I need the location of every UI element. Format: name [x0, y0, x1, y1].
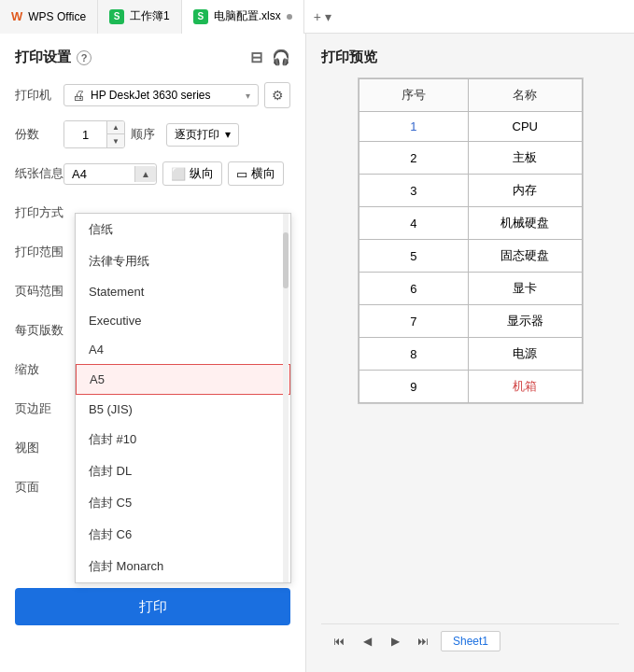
printer-name: HP DeskJet 3630 series [91, 89, 240, 102]
paper-label: 纸张信息 [15, 165, 63, 182]
printer-control: 🖨 HP DeskJet 3630 series ▾ ⚙ [63, 82, 290, 108]
print-preview-panel: 打印预览 序号 名称 1 CPU 2 主板 [306, 34, 634, 672]
landscape-icon: ▭ [236, 167, 247, 181]
copies-spinners: ▲ ▼ [106, 121, 124, 147]
dropdown-item-env10[interactable]: 信封 #10 [76, 424, 290, 455]
print-settings-panel: 打印设置 ? ⊟ 🎧 打印机 🖨 HP DeskJet 3630 series … [0, 34, 306, 672]
first-page-button[interactable]: ⏮ [329, 631, 349, 651]
order-label: 顺序 [131, 126, 155, 143]
more-tabs-icon: ▾ [325, 9, 331, 24]
tab-main[interactable]: S 电脑配置.xlsx [182, 0, 304, 34]
tab-wps-label: WPS Office [28, 10, 86, 23]
dropdown-scrollbar-thumb[interactable] [283, 232, 289, 288]
cell-name-6: 显卡 [469, 273, 582, 305]
panel-actions: ⊟ 🎧 [250, 49, 290, 66]
paper-row: 纸张信息 A4 ▲ ⬜ 纵向 ▭ 横向 [15, 160, 290, 188]
print-range-label: 打印范围 [15, 244, 63, 260]
copies-input-group: ▲ ▼ [63, 120, 125, 148]
next-page-button[interactable]: ▶ [385, 631, 405, 651]
cell-num-2: 2 [359, 142, 469, 175]
paper-control: A4 ▲ ⬜ 纵向 ▭ 横向 [63, 161, 290, 186]
dropdown-item-envdl[interactable]: 信封 DL [76, 455, 290, 487]
paper-dropdown-icon[interactable]: ▲ [134, 166, 156, 182]
table-row: 8 电源 [359, 338, 582, 371]
dropdown-item-executive[interactable]: Executive [76, 306, 290, 335]
copies-control: ▲ ▼ 顺序 逐页打印 ▾ [63, 120, 290, 148]
preview-table: 序号 名称 1 CPU 2 主板 3 内存 [359, 78, 583, 403]
cell-num-5: 5 [359, 240, 469, 273]
unsaved-dot-icon [287, 14, 292, 20]
sheet1-tab[interactable]: Sheet1 [441, 631, 500, 651]
dropdown-item-a5[interactable]: A5 [76, 364, 290, 395]
layout-icon[interactable]: ⊟ [250, 49, 262, 66]
portrait-button[interactable]: ⬜ 纵向 [162, 161, 222, 186]
cell-num-9: 9 [359, 371, 469, 403]
page-range-label: 页码范围 [15, 283, 63, 300]
cell-num-3: 3 [359, 175, 469, 207]
dropdown-item-envmonarch[interactable]: 信封 Monarch [76, 551, 290, 582]
tab-wps[interactable]: W WPS Office [0, 0, 98, 34]
panel-title-row: 打印设置 ? ⊟ 🎧 [15, 49, 290, 66]
copies-up-button[interactable]: ▲ [107, 121, 124, 134]
paper-size-select[interactable]: A4 ▲ [63, 163, 157, 185]
help-icon[interactable]: ? [77, 50, 92, 65]
order-select[interactable]: 逐页打印 ▾ [166, 123, 239, 147]
print-button[interactable]: 打印 [15, 588, 290, 625]
cell-num-8: 8 [359, 338, 469, 371]
margin-label: 页边距 [15, 400, 63, 417]
copies-down-button[interactable]: ▼ [107, 134, 124, 147]
cell-name-5: 固态硬盘 [469, 240, 582, 273]
title-bar: W WPS Office S 工作簿1 S 电脑配置.xlsx + ▾ [0, 0, 634, 34]
table-row: 2 主板 [359, 142, 582, 175]
table-row: 7 显示器 [359, 305, 582, 338]
main-file-icon: S [193, 9, 208, 24]
table-row: 9 机箱 [359, 371, 582, 403]
table-header-row: 序号 名称 [359, 79, 582, 112]
print-mode-label: 打印方式 [15, 204, 63, 221]
tab-main-label: 电脑配置.xlsx [214, 8, 281, 24]
cell-name-2: 主板 [469, 142, 582, 175]
dropdown-scrollbar [283, 214, 289, 582]
cell-num-1: 1 [359, 112, 469, 142]
printer-icon: 🖨 [72, 88, 85, 103]
cell-name-1: CPU [469, 112, 582, 142]
prev-page-button[interactable]: ◀ [357, 631, 377, 651]
sheet1-icon: S [109, 9, 124, 24]
preview-title: 打印预览 [321, 49, 619, 66]
landscape-button[interactable]: ▭ 横向 [228, 161, 284, 186]
cell-name-3: 内存 [469, 175, 582, 207]
printer-settings-button[interactable]: ⚙ [264, 82, 290, 108]
copies-input[interactable] [64, 121, 106, 147]
dropdown-item-a4[interactable]: A4 [76, 335, 290, 364]
view-label: 视图 [15, 440, 63, 456]
dropdown-item-statement[interactable]: Statement [76, 277, 290, 306]
printer-row: 打印机 🖨 HP DeskJet 3630 series ▾ ⚙ [15, 81, 290, 109]
last-page-button[interactable]: ⏭ [413, 631, 433, 651]
page-label: 页面 [15, 479, 63, 496]
table-row: 3 内存 [359, 175, 582, 207]
zoom-label: 缩放 [15, 361, 63, 378]
dropdown-item-envc6[interactable]: 信封 C6 [76, 519, 290, 551]
cell-num-6: 6 [359, 273, 469, 305]
dropdown-item-letter[interactable]: 信纸 [76, 214, 290, 245]
dropdown-item-legal[interactable]: 法律专用纸 [76, 245, 290, 277]
order-value: 逐页打印 [175, 127, 219, 143]
printer-dropdown-icon: ▾ [246, 91, 250, 101]
tab-sheet1[interactable]: S 工作簿1 [98, 0, 182, 34]
paper-size-value: A4 [72, 167, 129, 181]
table-row: 1 CPU [359, 112, 582, 142]
printer-select[interactable]: 🖨 HP DeskJet 3630 series ▾ [63, 84, 259, 106]
tab-sheet1-label: 工作簿1 [130, 8, 170, 24]
headphone-icon[interactable]: 🎧 [272, 49, 290, 66]
printer-label: 打印机 [15, 87, 63, 104]
cell-num-7: 7 [359, 305, 469, 338]
portrait-label: 纵向 [190, 165, 214, 182]
dropdown-item-envc5[interactable]: 信封 C5 [76, 487, 290, 519]
dropdown-item-b5[interactable]: B5 (JIS) [76, 395, 290, 424]
col-header-num: 序号 [359, 79, 469, 112]
cell-name-4: 机械硬盘 [469, 207, 582, 240]
order-dropdown-icon: ▾ [225, 128, 231, 141]
new-tab-button[interactable]: + ▾ [304, 9, 341, 24]
per-page-label: 每页版数 [15, 322, 63, 339]
cell-name-7: 显示器 [469, 305, 582, 338]
